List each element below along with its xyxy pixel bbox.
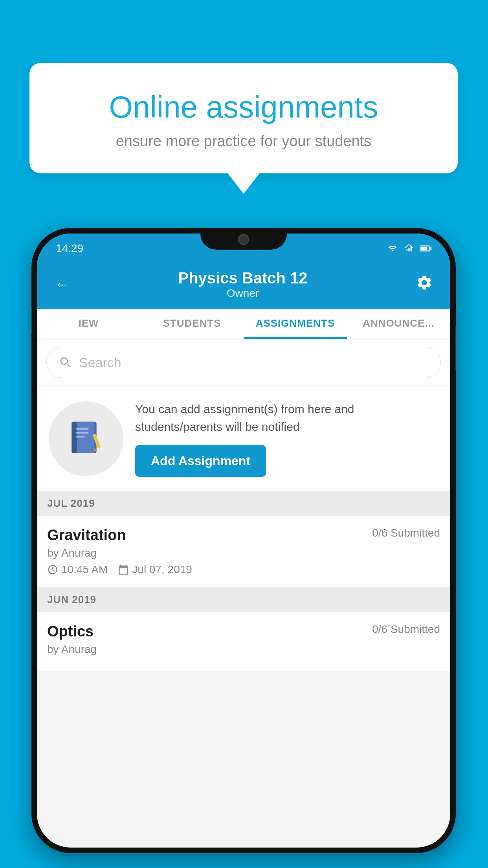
svg-rect-11	[75, 436, 84, 437]
svg-rect-8	[72, 421, 77, 453]
assignment-name-optics: Optics	[47, 623, 94, 640]
header-center: Physics Batch 12 Owner	[178, 269, 307, 300]
assignment-row1-optics: Optics 0/6 Submitted	[47, 623, 440, 640]
svg-rect-10	[75, 432, 88, 433]
meta-time: 10:45 AM	[47, 563, 108, 576]
section-header-jul: JUL 2019	[37, 491, 450, 516]
svg-rect-1	[408, 248, 410, 251]
gear-icon	[416, 274, 433, 291]
svg-rect-9	[75, 428, 88, 429]
search-placeholder: Search	[79, 355, 121, 370]
assignment-author-optics: by Anurag	[47, 643, 440, 656]
speech-bubble-container: Online assignments ensure more practice …	[29, 63, 458, 173]
tab-iew[interactable]: IEW	[37, 309, 140, 339]
battery-icon	[420, 244, 431, 253]
promo-content: You can add assignment(s) from here and …	[135, 400, 438, 477]
settings-button[interactable]	[416, 274, 433, 295]
app-header: ← Physics Batch 12 Owner	[37, 259, 450, 309]
svg-rect-2	[411, 246, 412, 252]
notebook-icon	[66, 419, 106, 458]
assignment-item-gravitation[interactable]: Gravitation 0/6 Submitted by Anurag 10:4…	[37, 516, 450, 587]
promo-icon-circle	[49, 401, 123, 476]
clock-icon	[47, 564, 58, 575]
phone-button-power	[455, 326, 456, 370]
assignment-row1: Gravitation 0/6 Submitted	[47, 527, 440, 544]
phone-screen: 14:29 ←	[37, 234, 450, 848]
meta-date: Jul 07, 2019	[118, 563, 192, 576]
tab-announcements[interactable]: ANNOUNCE...	[347, 309, 450, 339]
notch	[200, 228, 287, 250]
svg-rect-5	[420, 247, 427, 250]
signal-icon	[403, 244, 415, 253]
status-icons	[387, 244, 431, 253]
bubble-subtitle: ensure more practice for your students	[53, 133, 434, 150]
bubble-title: Online assignments	[53, 90, 434, 124]
assignment-date: Jul 07, 2019	[132, 563, 192, 576]
assignment-submitted: 0/6 Submitted	[372, 527, 440, 539]
wifi-icon	[387, 244, 398, 253]
assignment-meta: 10:45 AM Jul 07, 2019	[47, 563, 440, 576]
section-header-jun: JUN 2019	[37, 587, 450, 612]
speech-bubble: Online assignments ensure more practice …	[29, 63, 458, 173]
search-icon	[59, 355, 73, 370]
tab-assignments[interactable]: ASSIGNMENTS	[244, 309, 347, 339]
camera	[238, 234, 249, 245]
search-container: Search	[37, 340, 450, 385]
svg-rect-4	[430, 247, 431, 250]
search-bar[interactable]: Search	[46, 347, 441, 378]
assignment-author: by Anurag	[47, 547, 440, 559]
assignment-submitted-optics: 0/6 Submitted	[372, 623, 440, 636]
promo-section: You can add assignment(s) from here and …	[37, 386, 450, 491]
back-button[interactable]: ←	[54, 276, 70, 293]
assignment-item-optics[interactable]: Optics 0/6 Submitted by Anurag	[37, 612, 450, 671]
assignment-name: Gravitation	[47, 527, 126, 544]
calendar-icon	[118, 564, 129, 575]
phone-frame: 14:29 ←	[31, 228, 456, 853]
header-subtitle: Owner	[178, 287, 307, 300]
status-time: 14:29	[56, 242, 83, 255]
add-assignment-button[interactable]: Add Assignment	[135, 445, 266, 477]
svg-rect-0	[406, 249, 408, 252]
header-title: Physics Batch 12	[178, 269, 307, 287]
phone-button-volume	[31, 307, 32, 334]
assignment-time: 10:45 AM	[61, 563, 108, 576]
tabs-bar: IEW STUDENTS ASSIGNMENTS ANNOUNCE...	[37, 309, 450, 340]
promo-text: You can add assignment(s) from here and …	[135, 400, 438, 436]
tab-students[interactable]: STUDENTS	[140, 309, 244, 339]
